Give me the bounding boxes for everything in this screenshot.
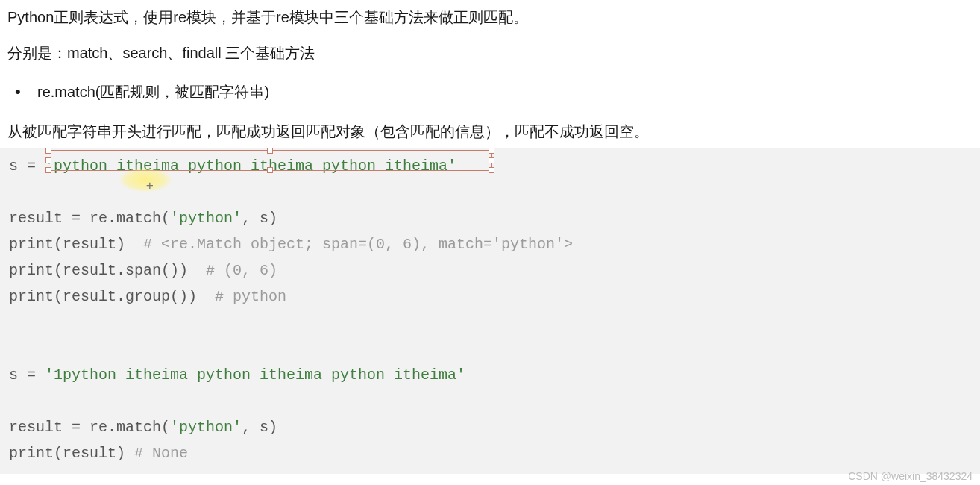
code-line: print(result.span()) # (0, 6) [9,257,971,284]
bullet-item: • re.match(匹配规则，被匹配字符串) [7,79,973,104]
code-block: + s = 'python itheima python itheima pyt… [0,148,980,474]
code-line: s = 'python itheima python itheima pytho… [9,153,971,179]
bullet-text: re.match(匹配规则，被匹配字符串) [37,81,269,103]
intro-paragraph-4: 从被匹配字符串开头进行匹配，匹配成功返回匹配对象（包含匹配的信息），匹配不成功返… [7,120,973,143]
code-line [9,179,971,205]
code-line: print(result.group()) # python [9,284,971,310]
code-line [9,388,971,414]
code-line: print(result) # <re.Match object; span=(… [9,231,971,257]
code-line [9,310,971,336]
bullet-dot-icon: • [7,79,37,104]
watermark-text: CSDN @weixin_38432324 [848,470,973,482]
code-line: print(result) # None [9,440,971,466]
code-line: result = re.match('python', s) [9,414,971,440]
intro-paragraph-2: 分别是：match、search、findall 三个基础方法 [7,42,973,64]
code-line: result = re.match('python', s) [9,205,971,231]
code-line [9,336,971,362]
intro-text: Python正则表达式，使用re模块，并基于re模块中三个基础方法来做正则匹配。… [0,0,980,148]
intro-paragraph-1: Python正则表达式，使用re模块，并基于re模块中三个基础方法来做正则匹配。 [7,6,973,28]
code-line: s = '1python itheima python itheima pyth… [9,362,971,388]
